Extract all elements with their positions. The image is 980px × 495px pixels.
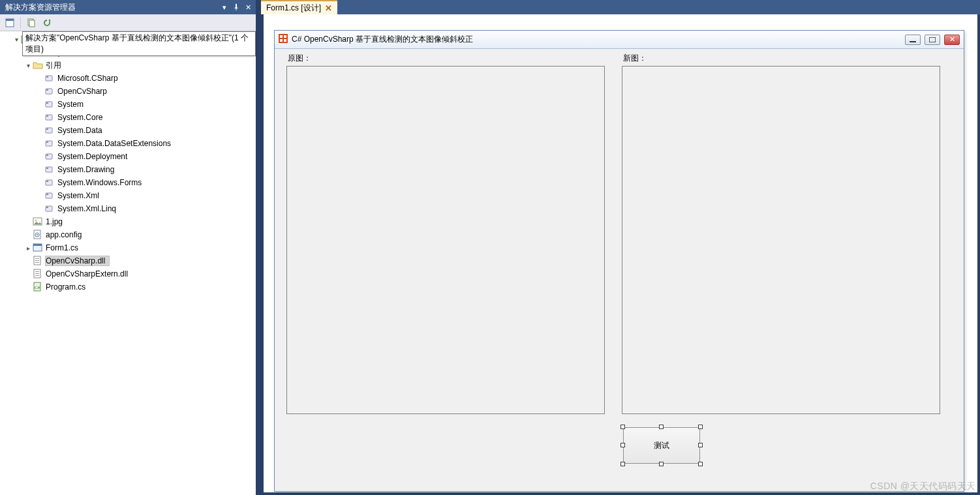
winforms-titlebar: C# OpenCvSharp 基于直线检测的文本图像倾斜校正 ✕ (275, 31, 964, 49)
resize-handle[interactable] (620, 443, 625, 447)
reference-icon (44, 177, 55, 188)
expand-icon[interactable]: ▾ (23, 62, 33, 69)
reference-icon (44, 138, 55, 149)
svg-rect-15 (46, 128, 48, 130)
reference-item[interactable]: System.Data.DataSetExtensions (0, 137, 256, 150)
solution-explorer-panel: 解决方案资源管理器 ▾ ✕ 解决方案"OpenCvSharp 基于直线检测的文本… (0, 0, 258, 495)
reference-icon (44, 151, 55, 162)
file-item-dll[interactable]: OpenCvSharpExtern.dll (0, 267, 256, 280)
svg-rect-38 (35, 262, 39, 263)
test-button[interactable]: 测试 (623, 427, 700, 464)
resize-handle[interactable] (620, 462, 625, 466)
winforms-designer-window[interactable]: C# OpenCvSharp 基于直线检测的文本图像倾斜校正 ✕ 原图： 新图：… (274, 30, 964, 492)
resize-handle[interactable] (659, 462, 664, 466)
label-original: 原图： (288, 53, 311, 64)
reference-icon (44, 86, 55, 97)
file-item-cs[interactable]: C# Program.cs (0, 280, 256, 293)
svg-rect-49 (284, 39, 286, 42)
picturebox-original[interactable] (286, 66, 605, 414)
resize-handle[interactable] (659, 425, 664, 429)
references-node[interactable]: ▾ 引用 (0, 59, 256, 72)
document-well: Form1.cs [设计] ✕ C# OpenCvSharp 基于直线检测的文本… (261, 0, 980, 495)
config-file-icon (33, 230, 43, 240)
form-icon (33, 243, 43, 253)
expand-icon[interactable]: ▾ (12, 36, 21, 43)
tab-label: Form1.cs [设计] (266, 3, 321, 14)
file-item-dll-selected[interactable]: OpenCvSharp.dll (0, 254, 256, 267)
solution-tree[interactable]: ▾ C# OpenCvSharp 基于直线检测的文本图像倾斜校正 ▸ Prope… (0, 31, 256, 495)
svg-rect-25 (46, 194, 48, 195)
reference-item[interactable]: System.Core (0, 111, 256, 124)
resize-handle[interactable] (620, 425, 625, 429)
svg-rect-40 (35, 271, 39, 272)
svg-rect-36 (35, 258, 39, 259)
expand-icon[interactable]: ▸ (23, 245, 33, 252)
reference-icon (44, 164, 55, 175)
window-title: C# OpenCvSharp 基于直线检测的文本图像倾斜校正 (292, 34, 473, 45)
svg-rect-47 (284, 35, 286, 38)
resize-handle[interactable] (698, 462, 703, 466)
svg-rect-42 (35, 275, 39, 276)
svg-rect-9 (46, 89, 48, 91)
svg-rect-19 (46, 155, 48, 156)
designer-surface[interactable]: C# OpenCvSharp 基于直线检测的文本图像倾斜校正 ✕ 原图： 新图：… (261, 14, 980, 495)
solution-explorer-titlebar[interactable]: 解决方案资源管理器 ▾ ✕ (0, 0, 256, 14)
form-client-area[interactable]: 原图： 新图： 测试 (275, 49, 964, 491)
close-icon[interactable]: ✕ (243, 2, 253, 12)
svg-rect-37 (35, 260, 39, 261)
svg-text:C#: C# (35, 285, 40, 290)
svg-point-29 (35, 220, 37, 222)
svg-rect-13 (46, 115, 48, 117)
svg-rect-34 (33, 244, 42, 246)
tab-close-icon[interactable]: ✕ (325, 3, 332, 13)
reference-item[interactable]: System.Windows.Forms (0, 176, 256, 189)
svg-rect-7 (46, 76, 48, 78)
document-tab-active[interactable]: Form1.cs [设计] ✕ (261, 0, 337, 14)
solution-node-tooltip: 解决方案"OpenCvSharp 基于直线检测的文本图像倾斜校正"(1 个项目) (22, 31, 256, 56)
resize-handle[interactable] (698, 443, 703, 447)
maximize-button[interactable] (925, 35, 940, 45)
reference-item[interactable]: System (0, 98, 256, 111)
reference-icon (44, 73, 55, 83)
reference-item[interactable]: OpenCvSharp (0, 85, 256, 98)
pin-icon[interactable] (231, 2, 241, 12)
svg-rect-11 (46, 102, 48, 104)
reference-icon (44, 99, 55, 110)
image-file-icon (33, 217, 43, 227)
reference-item[interactable]: Microsoft.CSharp (0, 72, 256, 85)
svg-rect-27 (46, 207, 48, 208)
dll-file-icon (33, 269, 43, 279)
file-item-config[interactable]: app.config (0, 228, 256, 241)
svg-rect-21 (46, 168, 48, 169)
panel-menu-icon[interactable]: ▾ (219, 2, 230, 12)
picturebox-new[interactable] (622, 66, 940, 414)
folder-icon (33, 60, 43, 70)
reference-item[interactable]: System.Drawing (0, 163, 256, 176)
reference-icon (44, 203, 55, 214)
svg-rect-17 (46, 142, 48, 143)
dll-file-icon (33, 256, 43, 266)
file-item-form[interactable]: ▸ Form1.cs (0, 241, 256, 254)
reference-item[interactable]: System.Deployment (0, 150, 256, 163)
svg-rect-46 (280, 35, 283, 38)
reference-item[interactable]: System.Data (0, 124, 256, 137)
reference-icon (44, 190, 55, 201)
refresh-button[interactable] (40, 16, 54, 30)
close-button[interactable]: ✕ (944, 35, 960, 45)
solution-explorer-toolbar (0, 14, 256, 31)
reference-item[interactable]: System.Xml.Linq (0, 202, 256, 215)
selected-control[interactable]: 测试 (623, 427, 700, 464)
resize-handle[interactable] (698, 425, 703, 429)
svg-rect-41 (35, 273, 39, 274)
svg-rect-3 (29, 20, 35, 27)
reference-item[interactable]: System.Xml (0, 189, 256, 202)
svg-rect-23 (46, 181, 48, 182)
properties-button[interactable] (3, 16, 17, 30)
svg-rect-1 (6, 19, 14, 21)
document-tabs: Form1.cs [设计] ✕ (261, 0, 980, 14)
svg-rect-51 (929, 37, 936, 42)
show-all-files-button[interactable] (24, 16, 38, 30)
file-item-image[interactable]: 1.jpg (0, 215, 256, 228)
svg-rect-48 (280, 39, 283, 42)
minimize-button[interactable] (905, 35, 921, 45)
